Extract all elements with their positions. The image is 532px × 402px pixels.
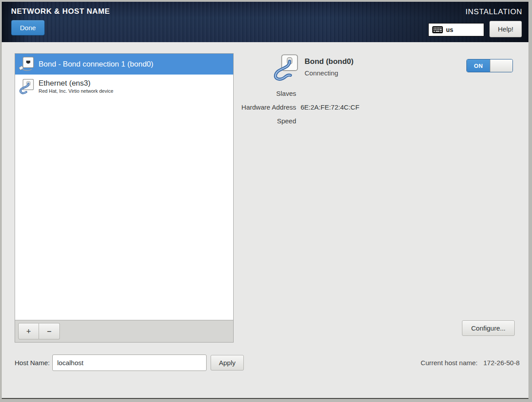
keyboard-icon [432,26,443,33]
device-title: Bond - Bond connection 1 (bond0) [39,60,153,69]
network-bond-icon [19,56,35,72]
property-row-speed: Speed [2,116,360,126]
switch-handle [490,59,512,72]
property-label: Hardware Address [2,103,296,111]
page-title: NETWORK & HOST NAME [11,7,110,16]
property-row-slaves: Slaves [2,88,360,98]
property-label: Slaves [2,90,296,97]
network-wired-icon-large [272,54,299,82]
done-button[interactable]: Done [11,20,45,35]
current-host-name-label: Current host name: [421,355,477,371]
property-row-hardware-address: Hardware Address 6E:2A:FE:72:4C:CF [2,102,360,112]
device-detail-header: Bond (bond0) Connecting [272,54,353,82]
device-row-bond[interactable]: Bond - Bond connection 1 (bond0) [15,54,233,75]
configure-button[interactable]: Configure... [462,320,515,336]
host-name-label: Host Name: [15,355,50,371]
device-on-off-switch[interactable]: ON [466,59,513,72]
switch-on-label: ON [467,59,490,72]
device-detail-title: Bond (bond0) [305,57,353,66]
content-area: Bond - Bond connection 1 (bond0) [2,42,528,398]
header-bar: NETWORK & HOST NAME Done INSTALLATION us [2,2,528,42]
host-name-input[interactable] [52,355,207,371]
current-host-name: Current host name: 172-26-50-8 [421,355,520,371]
add-device-button[interactable]: + [18,323,39,339]
installer-window: NETWORK & HOST NAME Done INSTALLATION us [2,2,528,399]
apply-button[interactable]: Apply [211,355,244,370]
device-list-toolbar: + − [15,320,233,342]
remove-device-button[interactable]: − [39,323,60,339]
screen-frame: NETWORK & HOST NAME Done INSTALLATION us [0,0,532,402]
device-properties: Slaves Hardware Address 6E:2A:FE:72:4C:C… [2,88,360,130]
keyboard-layout-indicator[interactable]: us [428,23,484,36]
current-host-name-value: 172-26-50-8 [483,355,520,371]
keyboard-layout-label: us [446,26,453,33]
installation-label: INSTALLATION [466,8,522,16]
property-label: Speed [2,117,296,125]
device-status: Connecting [305,69,353,77]
device-title: Ethernet (ens3) [39,79,113,88]
property-value: 6E:2A:FE:72:4C:CF [301,103,360,111]
help-button[interactable]: Help! [489,21,522,37]
